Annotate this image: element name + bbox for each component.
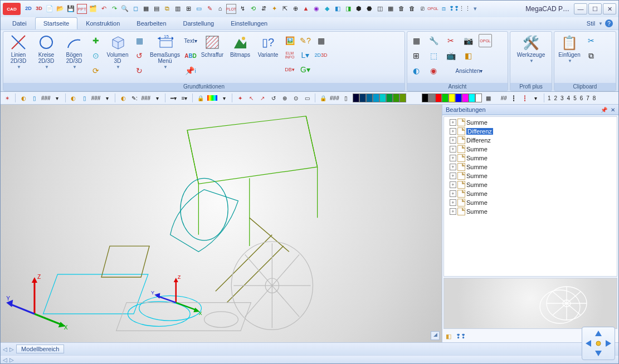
tb-icon[interactable]: ◐ [119, 94, 128, 102]
qat-icon[interactable]: ▥ [173, 4, 182, 13]
tb-icon[interactable]: ┇ [509, 94, 518, 102]
tb-icon[interactable]: ≡▾ [180, 94, 189, 102]
ribbon-icon[interactable]: ✂ [444, 34, 457, 47]
tree-item[interactable]: +Summe [445, 189, 616, 198]
qat-dropdown-icon[interactable]: ▾ [471, 4, 480, 13]
text-button[interactable]: Text ▾ [184, 34, 197, 47]
layer-number[interactable]: 5 [573, 95, 577, 101]
tree-item[interactable]: +Summe [445, 207, 616, 216]
expand-icon[interactable]: + [450, 181, 456, 188]
tb-icon[interactable]: ▦ [484, 94, 493, 102]
feature-tree[interactable]: +Summe+Differenz+Differenz+Summe+Summe+S… [443, 116, 617, 277]
qat-icon[interactable]: 🗑 [407, 4, 416, 13]
trash-icon[interactable]: 🗑 [397, 4, 406, 13]
color-swatch[interactable] [455, 94, 462, 102]
elm-info-icon[interactable]: ELMINFO [283, 48, 296, 62]
qat-icon[interactable]: ❢❢ [450, 4, 459, 13]
tb-icon[interactable]: ✦ [236, 94, 245, 102]
qat-icon[interactable]: 🗂️ [89, 4, 98, 13]
tree-item[interactable]: +Differenz [445, 136, 616, 145]
navigation-pad[interactable] [582, 327, 615, 360]
plot-icon[interactable]: PLOT [226, 4, 236, 14]
tb-icon[interactable]: ▾ [532, 94, 540, 102]
tb-icon[interactable]: ▭ [303, 94, 311, 102]
tb-icon[interactable]: ▾ [220, 94, 228, 102]
app-logo[interactable]: CAD [3, 3, 21, 15]
opgl-icon[interactable]: OPGL [479, 34, 492, 47]
palette-2[interactable] [422, 94, 482, 102]
copy-icon[interactable]: ⧉ [584, 49, 598, 62]
qat-icon[interactable]: ◨ [344, 4, 353, 13]
qat-icon[interactable]: 3D [35, 4, 43, 13]
tb-icon[interactable] [207, 95, 217, 101]
tab-icon[interactable]: ❢❢ [456, 333, 466, 340]
expand-icon[interactable]: + [450, 146, 456, 153]
color-swatch[interactable] [462, 94, 469, 102]
tree-item[interactable]: +Summe [445, 145, 616, 154]
einfuegen-button[interactable]: 📋Einfügen▼ [557, 33, 582, 64]
style-menu[interactable]: Stil▼ ? [587, 17, 615, 29]
tb-icon[interactable]: ↺ [269, 94, 278, 102]
tb-icon[interactable]: ▾ [53, 94, 62, 102]
expand-icon[interactable]: + [450, 199, 456, 206]
close-icon[interactable]: ✕ [611, 107, 615, 113]
schraffur-button[interactable]: Schraffur [199, 33, 225, 58]
expand-icon[interactable]: + [450, 173, 456, 179]
ribbon-icon[interactable]: ✎? [299, 34, 312, 47]
workspace-tab[interactable]: Modellbereich [16, 345, 64, 353]
qat-icon[interactable]: ⟲ [248, 4, 257, 13]
ansichten-button[interactable]: Ansichten ▾ [444, 64, 494, 77]
layer-number[interactable]: 8 [593, 95, 596, 101]
tb-icon[interactable]: ▯ [342, 94, 350, 102]
ribbon-icon[interactable]: ↻ [133, 64, 146, 77]
color-swatch[interactable] [428, 94, 435, 102]
save-icon[interactable]: 💾 [66, 4, 75, 13]
color-swatch[interactable] [469, 94, 475, 102]
ribbon-icon[interactable] [314, 63, 328, 76]
ribbon-icon[interactable]: ◐ [410, 64, 423, 77]
zoom-icon[interactable]: 🔍 [120, 4, 129, 13]
tree-item[interactable]: +Summe [445, 118, 616, 127]
pencil-icon[interactable]: ✎: [130, 94, 139, 102]
color-swatch[interactable] [475, 94, 482, 102]
lock-icon[interactable]: 🔒 [196, 94, 205, 102]
menu-einstellungen[interactable]: Einstellungen [222, 17, 276, 29]
tb-icon[interactable]: ━▾ [169, 94, 178, 102]
qat-icon[interactable]: ✦ [270, 4, 279, 13]
qat-icon[interactable]: ⊕ [291, 4, 300, 13]
expand-icon[interactable]: + [450, 190, 456, 197]
tb-icon[interactable]: ✶ [3, 94, 12, 102]
tb-icon[interactable]: ◐ [69, 94, 78, 102]
db-icon[interactable]: DB▾ [283, 63, 296, 76]
ribbon-icon[interactable]: G▾ [299, 63, 312, 76]
maximize-button[interactable]: ☐ [588, 3, 602, 14]
variante-button[interactable]: ▯?Variante [255, 33, 281, 58]
nav-right-icon[interactable]: ▷ [9, 357, 14, 363]
qat-icon[interactable]: ⬢ [354, 4, 363, 13]
cube-icon[interactable]: ◧ [333, 4, 342, 13]
pin-icon[interactable]: 📌i [184, 64, 197, 77]
ribbon-icon[interactable]: ▦ [410, 34, 423, 47]
menu-startseite[interactable]: Startseite [35, 17, 77, 29]
qat-icon[interactable]: ▤ [152, 4, 161, 13]
tb-icon[interactable]: ▯ [30, 94, 39, 102]
expand-icon[interactable]: + [450, 155, 456, 161]
lock-icon[interactable]: 🔒 [319, 94, 328, 102]
qat-icon[interactable]: ⌂ [216, 4, 225, 13]
close-button[interactable]: ✕ [603, 3, 616, 14]
ribbon-icon[interactable]: ▦ [133, 34, 146, 47]
werkzeuge-button[interactable]: 🛠️Werkzeuge▼ [514, 33, 548, 64]
ribbon-icon[interactable]: 📺 [444, 49, 457, 62]
cube-tab-icon[interactable]: ◧ [446, 333, 451, 340]
viewport-expand-icon[interactable]: ◢ [431, 331, 440, 340]
tb-icon[interactable]: ⊕ [280, 94, 289, 102]
qat-icon[interactable]: ◫ [376, 4, 384, 13]
tb-icon[interactable]: ▾ [153, 94, 162, 102]
qat-icon[interactable]: ⋮⋮ [460, 4, 469, 13]
tb-icon[interactable]: ┇ [520, 94, 529, 102]
ribbon-icon[interactable]: L▾ [299, 48, 312, 62]
color-swatch[interactable] [379, 94, 386, 102]
axes-icon[interactable]: ↯ [238, 4, 247, 13]
expand-icon[interactable]: + [450, 137, 456, 144]
qat-icon[interactable]: ⊞ [184, 4, 193, 13]
